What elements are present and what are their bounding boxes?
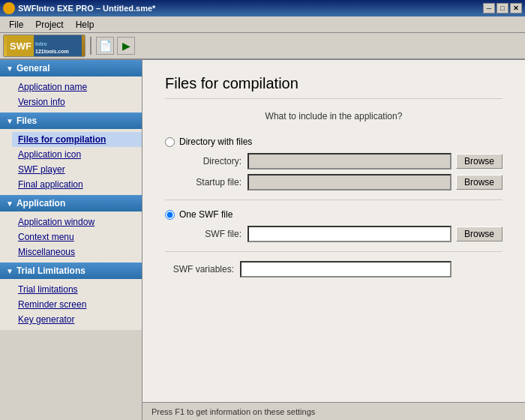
files-item-list: Files for compilation Application icon S… xyxy=(0,129,142,195)
swf-file-input[interactable] xyxy=(248,226,452,242)
divider-1 xyxy=(165,200,502,200)
sidebar-item-files-compilation[interactable]: Files for compilation xyxy=(12,132,142,147)
sidebar-item-trial-limits[interactable]: Trial limitations xyxy=(12,282,142,297)
play-button[interactable]: ▶ xyxy=(117,37,135,55)
toolbar: SWF Intro 121tools.com 📄 ▶ xyxy=(0,33,525,60)
directory-label: Directory: xyxy=(180,156,248,166)
toolbar-logo: SWF Intro 121tools.com xyxy=(3,34,86,57)
swf-file-label: SWF file: xyxy=(180,229,248,239)
application-item-list: Application window Context menu Miscella… xyxy=(0,212,142,262)
directory-radio-group: Directory with files Directory: Browse S… xyxy=(165,136,502,190)
divider-2 xyxy=(165,251,502,252)
sidebar-section-application[interactable]: ▼ Application xyxy=(0,195,142,212)
application-section-label: Application xyxy=(16,198,65,208)
startup-input[interactable] xyxy=(248,174,452,190)
sidebar-item-app-window[interactable]: Application window xyxy=(12,214,142,230)
main-layout: ▼ General Application name Version info … xyxy=(0,60,525,420)
directory-radio-label[interactable]: Directory with files xyxy=(165,136,502,147)
startup-browse-button[interactable]: Browse xyxy=(456,175,502,190)
status-bar: Press F1 to get information on these set… xyxy=(142,402,525,420)
sidebar-section-trial[interactable]: ▼ Trial Limitations xyxy=(0,262,142,279)
svg-text:SWF: SWF xyxy=(10,40,32,52)
sidebar: ▼ General Application name Version info … xyxy=(0,60,142,420)
general-item-list: Application name Version info xyxy=(0,76,142,112)
menu-file[interactable]: File xyxy=(3,18,29,32)
swf-radio[interactable] xyxy=(165,210,175,220)
sidebar-section-files[interactable]: ▼ Files xyxy=(0,112,142,129)
sidebar-section-general[interactable]: ▼ General xyxy=(0,60,142,76)
files-arrow-icon: ▼ xyxy=(6,117,14,125)
sidebar-item-app-name[interactable]: Application name xyxy=(12,80,142,94)
swf-vars-input[interactable] xyxy=(240,261,452,278)
menu-bar: File Project Help xyxy=(0,16,525,33)
sidebar-item-final-app[interactable]: Final application xyxy=(12,177,142,192)
page-title: Files for compilation xyxy=(165,75,502,99)
sidebar-item-miscellaneous[interactable]: Miscellaneous xyxy=(12,244,142,260)
new-doc-button[interactable]: 📄 xyxy=(96,37,114,55)
swf-browse-button[interactable]: Browse xyxy=(456,226,502,242)
trial-arrow-icon: ▼ xyxy=(6,267,14,275)
svg-text:121tools.com: 121tools.com xyxy=(35,49,69,54)
sidebar-item-app-icon[interactable]: Application icon xyxy=(12,147,142,162)
menu-help[interactable]: Help xyxy=(70,18,100,32)
close-button[interactable]: ✕ xyxy=(510,3,522,14)
swf-radio-label[interactable]: One SWF file xyxy=(165,209,502,220)
menu-project[interactable]: Project xyxy=(29,18,69,32)
directory-radio[interactable] xyxy=(165,137,175,147)
svg-text:Intro: Intro xyxy=(35,41,47,46)
directory-browse-button[interactable]: Browse xyxy=(456,154,502,169)
swf-vars-row: SWF variables: xyxy=(165,261,502,278)
window-title: SWFIntro EXE PRO – Untitled.sme* xyxy=(18,4,155,13)
title-bar-buttons: ─ □ ✕ xyxy=(483,3,522,14)
toolbar-separator xyxy=(90,37,92,55)
files-section-label: Files xyxy=(16,116,37,126)
app-icon xyxy=(3,2,15,14)
sidebar-item-key-generator[interactable]: Key generator xyxy=(12,312,142,327)
directory-radio-text: Directory with files xyxy=(179,136,252,147)
swf-radio-group: One SWF file SWF file: Browse xyxy=(165,209,502,242)
swf-file-row: SWF file: Browse xyxy=(165,226,502,242)
title-bar: SWFIntro EXE PRO – Untitled.sme* ─ □ ✕ xyxy=(0,0,525,16)
general-arrow-icon: ▼ xyxy=(6,64,14,73)
sidebar-item-swf-player[interactable]: SWF player xyxy=(12,162,142,177)
status-text: Press F1 to get information on these set… xyxy=(152,407,315,416)
minimize-button[interactable]: ─ xyxy=(483,3,495,14)
swf-vars-label: SWF variables: xyxy=(165,264,240,274)
startup-row: Startup file: Browse xyxy=(165,174,502,190)
trial-item-list: Trial limitations Reminder screen Key ge… xyxy=(0,279,142,330)
content-subtitle: What to include in the application? xyxy=(165,111,502,122)
content-area: Files for compilation What to include in… xyxy=(142,60,525,420)
content-inner: Files for compilation What to include in… xyxy=(142,60,525,402)
swf-radio-text: One SWF file xyxy=(179,209,232,220)
sidebar-item-version-info[interactable]: Version info xyxy=(12,94,142,110)
trial-section-label: Trial Limitations xyxy=(16,266,86,276)
directory-row: Directory: Browse xyxy=(165,153,502,170)
startup-label: Startup file: xyxy=(180,177,248,188)
title-bar-text: SWFIntro EXE PRO – Untitled.sme* xyxy=(3,2,155,14)
sidebar-item-reminder-screen[interactable]: Reminder screen xyxy=(12,297,142,312)
sidebar-item-context-menu[interactable]: Context menu xyxy=(12,230,142,244)
directory-input[interactable] xyxy=(248,153,452,170)
maximize-button[interactable]: □ xyxy=(496,3,508,14)
general-section-label: General xyxy=(16,63,50,74)
application-arrow-icon: ▼ xyxy=(6,200,14,208)
